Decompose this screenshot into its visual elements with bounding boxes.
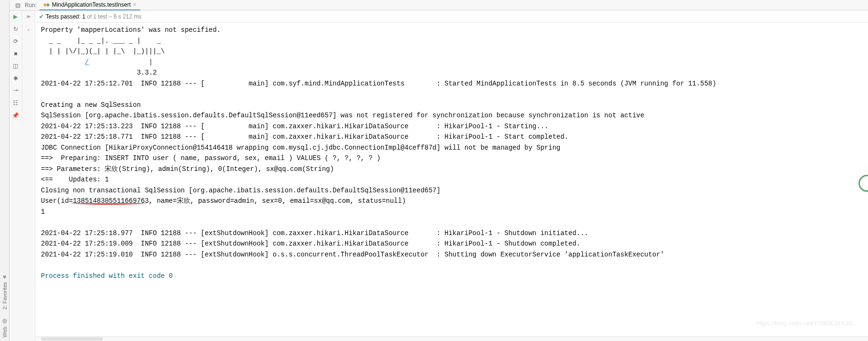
console-line: _ _ |_ _ _|. ___ _ | _ (41, 37, 161, 45)
main-column: ▤ Run: ◆ ◆ MindApplicationTests.testInse… (10, 0, 868, 341)
run-tab[interactable]: ◆ ◆ MindApplicationTests.testInsert ✕ (39, 0, 140, 10)
stop-icon[interactable]: ■ (11, 49, 20, 58)
console-line: ==> Parameters: 宋欣(String), admin(String… (41, 165, 334, 173)
close-icon[interactable]: ✕ (133, 2, 137, 7)
console-line: 2021-04-22 17:25:19.009 INFO 12188 --- [… (41, 240, 580, 247)
watermark-text: https://blog.csdn.net/YYBDESHIJIE (757, 318, 854, 329)
console-line: Creating a new SqlSession (41, 101, 141, 109)
panel-icon[interactable]: ▤ (13, 1, 22, 9)
console-line: ==> Preparing: INSERT INTO user ( name, … (41, 154, 380, 162)
test-run-icon: ◆ (46, 2, 50, 7)
console-line: 2021-04-22 17:25:19.010 INFO 12188 --- [… (41, 251, 664, 258)
run-top-bar: ▤ Run: ◆ ◆ MindApplicationTests.testInse… (10, 0, 868, 10)
console-line: <== Updates: 1 (41, 176, 109, 183)
console-line: 1 (41, 208, 45, 216)
exit-icon[interactable]: ⭲ (11, 86, 20, 95)
console-line: 2021-04-22 17:25:12.701 INFO 12188 --- [… (41, 80, 716, 87)
console-line: 2021-04-22 17:25:18.977 INFO 12188 --- [… (41, 229, 588, 237)
time-text: – 6 s 212 ms (107, 13, 141, 20)
dump-icon[interactable]: ◫ (11, 62, 20, 70)
debug-icon[interactable]: ✱ (11, 74, 20, 83)
rerun-icon[interactable]: ▶ (11, 12, 20, 21)
console-line: Property 'mapperLocations' was not speci… (41, 26, 221, 34)
of-text: of 1 test (85, 13, 107, 20)
pin-icon[interactable]: 📌 (11, 111, 20, 120)
check-icon: ✔ (39, 13, 44, 20)
console-line: | (89, 58, 153, 66)
favorites-label: 2: Favorites (2, 282, 8, 309)
star-icon: ★ (1, 274, 8, 280)
chevron-right-icon[interactable]: ≫ (26, 14, 30, 19)
console-line (41, 58, 85, 66)
gutter-toolbar: ▶ ≫ ↻ ⌄ ⟳ ■ ◫ ✱ ⭲ ☷ 📌 (10, 10, 35, 341)
tab-title: MindApplicationTests.testInsert (52, 1, 130, 8)
test-status-bar: ✔ Tests passed: 1 of 1 test – 6 s 212 ms (35, 10, 868, 23)
console-link[interactable]: / (85, 58, 88, 66)
web-label: Web (2, 327, 8, 337)
toggle-auto-icon[interactable]: ⟳ (11, 37, 20, 46)
body-row: ▶ ≫ ↻ ⌄ ⟳ ■ ◫ ✱ ⭲ ☷ 📌 ✔ Tests passed: 1 … (10, 10, 868, 341)
rerun-failed-icon[interactable]: ↻ (11, 25, 20, 33)
scrollbar-horizontal[interactable] (41, 337, 103, 341)
favorites-tool[interactable]: 2: Favorites ★ (1, 274, 8, 309)
console-line: JDBC Connection [HikariProxyConnection@1… (41, 144, 560, 152)
console-line: 2021-04-22 17:25:18.771 INFO 12188 --- [… (41, 133, 568, 141)
console-line: 3.3.2 (41, 69, 161, 76)
console-line: | | |\/|_)(_| | |_\ |_)|||_\ (41, 47, 165, 55)
globe-icon: ◍ (1, 318, 8, 325)
console-line: Closing non transactional SqlSession [or… (41, 187, 440, 194)
left-tool-rail: 2: Favorites ★ Web ◍ (0, 0, 10, 341)
console-output[interactable]: Property 'mapperLocations' was not speci… (35, 23, 868, 336)
progress-ring-icon (858, 175, 868, 192)
chevron-down-icon[interactable]: ⌄ (27, 27, 30, 31)
content-column: ✔ Tests passed: 1 of 1 test – 6 s 212 ms… (35, 10, 868, 341)
console-line: 2021-04-22 17:25:13.223 INFO 12188 --- [… (41, 123, 548, 130)
console-line: SqlSession [org.apache.ibatis.session.de… (41, 112, 644, 119)
passed-prefix: Tests passed: (46, 13, 82, 20)
web-tool[interactable]: Web ◍ (1, 318, 8, 337)
bottom-scroll-area (35, 336, 868, 341)
run-label: Run: (25, 2, 37, 9)
exit-code-line: Process finished with exit code 0 (41, 272, 173, 280)
red-underline-annotation (71, 201, 147, 205)
layout-icon[interactable]: ☷ (11, 99, 20, 107)
